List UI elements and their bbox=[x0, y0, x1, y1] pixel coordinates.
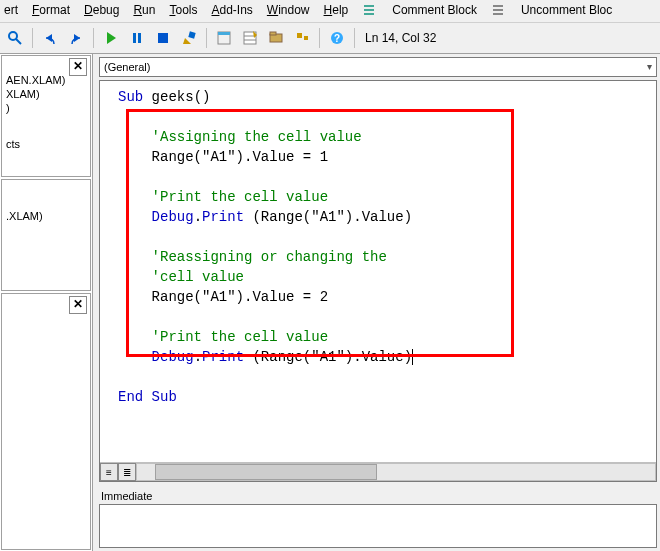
project-item[interactable]: XLAM) bbox=[6, 88, 86, 100]
horizontal-scrollbar[interactable]: ≡ ≣ bbox=[100, 462, 656, 481]
menu-comment-block[interactable]: Comment Block bbox=[392, 3, 477, 17]
project-explorer-panel: ✕ AEN.XLAM) XLAM) ) cts bbox=[1, 55, 91, 177]
menu-addins[interactable]: Add-Ins bbox=[211, 3, 252, 17]
scroll-thumb[interactable] bbox=[155, 464, 377, 480]
immediate-label: Immediate bbox=[99, 488, 657, 504]
project-item[interactable]: .XLAM) bbox=[6, 210, 86, 222]
svg-rect-8 bbox=[133, 33, 136, 43]
menu-help[interactable]: Help bbox=[324, 3, 349, 17]
svg-rect-5 bbox=[493, 13, 503, 15]
svg-rect-1 bbox=[364, 9, 374, 11]
uncomment-block-icon bbox=[491, 2, 507, 18]
properties-icon[interactable] bbox=[239, 27, 261, 49]
svg-rect-4 bbox=[493, 9, 503, 11]
svg-rect-10 bbox=[158, 33, 168, 43]
pause-icon[interactable] bbox=[126, 27, 148, 49]
scroll-mode-icon[interactable]: ≡ bbox=[100, 463, 118, 481]
toolbar-sep bbox=[319, 28, 320, 48]
toolbar-sep bbox=[206, 28, 207, 48]
close-icon[interactable]: ✕ bbox=[69, 296, 87, 314]
toolbar: ? Ln 14, Col 32 bbox=[0, 23, 660, 54]
toolbox-icon[interactable] bbox=[291, 27, 313, 49]
menu-uncomment-block[interactable]: Uncomment Bloc bbox=[521, 3, 612, 17]
undo-icon[interactable] bbox=[39, 27, 61, 49]
project-item[interactable]: ) bbox=[6, 102, 86, 114]
properties-panel: ✕ bbox=[1, 293, 91, 550]
menu-insert[interactable]: ert bbox=[4, 3, 18, 17]
code-area: (General) Sub geeks() 'Assigning the cel… bbox=[93, 54, 660, 551]
immediate-window[interactable] bbox=[99, 504, 657, 548]
project-explorer-panel-2: .XLAM) bbox=[1, 179, 91, 291]
svg-rect-13 bbox=[218, 32, 230, 35]
left-side-panels: ✕ AEN.XLAM) XLAM) ) cts .XLAM) ✕ bbox=[0, 54, 93, 551]
svg-line-7 bbox=[16, 39, 21, 44]
stop-icon[interactable] bbox=[152, 27, 174, 49]
menu-tools[interactable]: Tools bbox=[169, 3, 197, 17]
object-browser-icon[interactable] bbox=[265, 27, 287, 49]
toolbar-sep bbox=[32, 28, 33, 48]
help-icon[interactable]: ? bbox=[326, 27, 348, 49]
code-editor[interactable]: Sub geeks() 'Assigning the cell value Ra… bbox=[99, 80, 657, 482]
menu-window[interactable]: Window bbox=[267, 3, 310, 17]
svg-rect-0 bbox=[364, 5, 374, 7]
svg-rect-18 bbox=[270, 32, 276, 35]
run-icon[interactable] bbox=[100, 27, 122, 49]
object-dropdown[interactable]: (General) bbox=[99, 57, 657, 77]
toolbar-sep bbox=[354, 28, 355, 48]
project-explorer-icon[interactable] bbox=[213, 27, 235, 49]
find-icon[interactable] bbox=[4, 27, 26, 49]
svg-point-6 bbox=[9, 32, 17, 40]
toolbar-sep bbox=[93, 28, 94, 48]
close-icon[interactable]: ✕ bbox=[69, 58, 87, 76]
cursor-position: Ln 14, Col 32 bbox=[365, 31, 436, 45]
menu-format[interactable]: Format bbox=[32, 3, 70, 17]
svg-text:?: ? bbox=[334, 33, 340, 44]
project-item[interactable]: cts bbox=[6, 138, 86, 150]
svg-rect-3 bbox=[493, 5, 503, 7]
svg-rect-11 bbox=[188, 31, 195, 38]
redo-icon[interactable] bbox=[65, 27, 87, 49]
menu-run[interactable]: Run bbox=[133, 3, 155, 17]
design-mode-icon[interactable] bbox=[178, 27, 200, 49]
svg-rect-2 bbox=[364, 13, 374, 15]
scroll-mode-icon[interactable]: ≣ bbox=[118, 463, 136, 481]
comment-block-icon bbox=[362, 2, 378, 18]
highlight-box bbox=[126, 109, 514, 357]
menu-bar: ert Format Debug Run Tools Add-Ins Windo… bbox=[0, 0, 660, 23]
svg-rect-9 bbox=[138, 33, 141, 43]
menu-debug[interactable]: Debug bbox=[84, 3, 119, 17]
scroll-track[interactable] bbox=[136, 463, 656, 481]
